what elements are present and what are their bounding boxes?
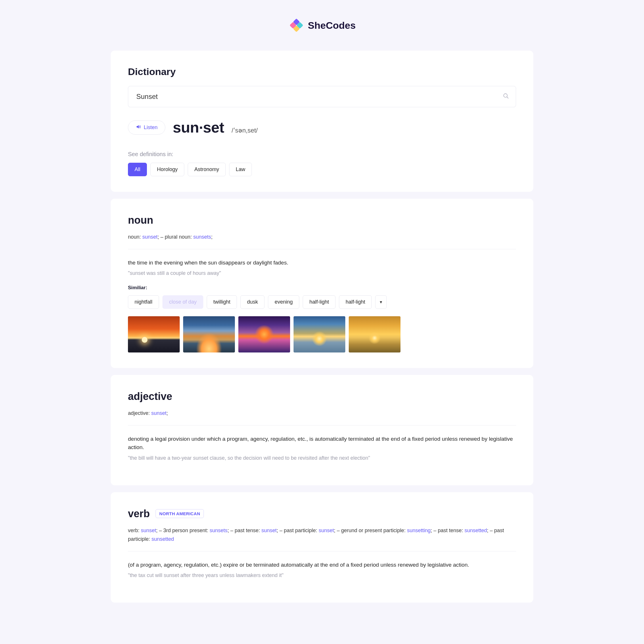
similar-pill[interactable]: evening bbox=[268, 295, 299, 309]
result-image[interactable] bbox=[349, 316, 400, 352]
category-pill-law[interactable]: Law bbox=[229, 163, 252, 176]
similar-row: nightfallclose of daytwillightduskevenin… bbox=[128, 295, 516, 309]
example-text: "sunset was still a couple of hours away… bbox=[128, 270, 516, 276]
word-headline: sun·set bbox=[173, 119, 224, 136]
search-input[interactable] bbox=[128, 86, 516, 107]
entry-card-noun: nounnoun: sunset; – plural noun: sunsets… bbox=[111, 199, 533, 368]
similar-pill[interactable]: dusk bbox=[240, 295, 265, 309]
page-title: Dictionary bbox=[128, 66, 516, 77]
region-badge: NORTH AMERICAN bbox=[156, 509, 204, 518]
search-wrap bbox=[128, 86, 516, 107]
pos-label: noun bbox=[128, 214, 153, 226]
similar-label: Similiar: bbox=[128, 285, 516, 291]
category-pill-astronomy[interactable]: Astronomy bbox=[188, 163, 226, 176]
search-icon[interactable] bbox=[503, 93, 509, 100]
forms-line: noun: sunset; – plural noun: sunsets; bbox=[128, 233, 516, 241]
brand-header: SheCodes bbox=[111, 17, 533, 33]
svg-point-4 bbox=[504, 94, 507, 97]
divider bbox=[128, 551, 516, 551]
forms-line: adjective: sunset; bbox=[128, 409, 516, 418]
category-pill-all[interactable]: All bbox=[128, 163, 147, 176]
entry-card-adjective: adjectiveadjective: sunset;denoting a le… bbox=[111, 375, 533, 485]
example-text: "the tax cut will sunset after three yea… bbox=[128, 572, 516, 578]
definition-text: denoting a legal provision under which a… bbox=[128, 435, 516, 452]
search-card: Dictionary Listen sun·set bbox=[111, 51, 533, 192]
category-pill-horology[interactable]: Horology bbox=[150, 163, 184, 176]
chevron-down-icon: ▾ bbox=[380, 299, 382, 305]
similar-pill[interactable]: twillight bbox=[207, 295, 237, 309]
similar-pill[interactable]: half-light bbox=[303, 295, 336, 309]
brand-name: SheCodes bbox=[308, 20, 356, 31]
pos-title: adjective bbox=[128, 390, 516, 403]
example-text: "the bill will have a two-year sunset cl… bbox=[128, 455, 516, 461]
similar-pill[interactable]: close of day bbox=[162, 295, 203, 309]
pos-label: verb bbox=[128, 508, 150, 520]
definition-text: (of a program, agency, regulation, etc.)… bbox=[128, 561, 516, 569]
similar-pill[interactable]: half-light bbox=[339, 295, 372, 309]
listen-label: Listen bbox=[144, 124, 158, 131]
result-image[interactable] bbox=[238, 316, 290, 352]
see-definitions-label: See definitions in: bbox=[128, 151, 516, 158]
expand-similar-button[interactable]: ▾ bbox=[375, 295, 387, 309]
phonetic: /ˈsənˌset/ bbox=[232, 127, 258, 136]
listen-button[interactable]: Listen bbox=[128, 120, 165, 135]
svg-line-5 bbox=[507, 97, 509, 99]
definition-text: the time in the evening when the sun dis… bbox=[128, 258, 516, 267]
result-image[interactable] bbox=[294, 316, 345, 352]
brand-logo-icon bbox=[288, 17, 304, 33]
result-image[interactable] bbox=[183, 316, 235, 352]
forms-line: verb: sunset; – 3rd person present: suns… bbox=[128, 526, 516, 544]
headline-row: Listen sun·set /ˈsənˌset/ bbox=[128, 119, 516, 136]
result-image[interactable] bbox=[128, 316, 180, 352]
category-row: AllHorologyAstronomyLaw bbox=[128, 163, 516, 176]
speaker-icon bbox=[136, 124, 141, 131]
pos-title: verbNORTH AMERICAN bbox=[128, 508, 516, 520]
entry-card-verb: verbNORTH AMERICANverb: sunset; – 3rd pe… bbox=[111, 492, 533, 603]
pos-label: adjective bbox=[128, 390, 172, 403]
divider bbox=[128, 249, 516, 249]
pos-title: noun bbox=[128, 214, 516, 226]
similar-pill[interactable]: nightfall bbox=[128, 295, 159, 309]
image-row bbox=[128, 316, 516, 352]
